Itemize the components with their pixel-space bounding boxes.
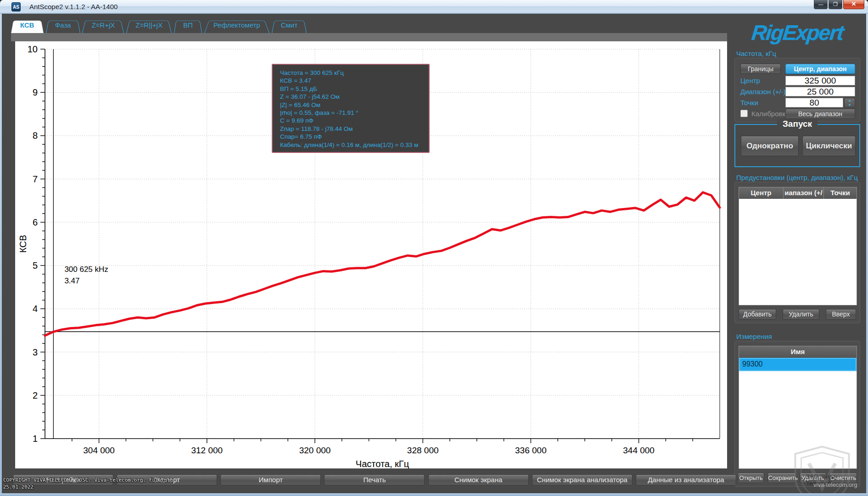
presets-col-center: Центр xyxy=(739,187,783,199)
measurement-item-selected[interactable]: 99300 xyxy=(739,358,857,371)
screenshot-button[interactable]: Снимок экрана xyxy=(428,474,529,485)
x-tick-label: 320 000 xyxy=(299,445,331,455)
tooltip-line: КСВ = 3.47 xyxy=(280,77,429,85)
window-title: AntScope2 v.1.1.2 - AA-1400 xyxy=(29,3,118,11)
preset-up-button[interactable]: Вверх xyxy=(826,309,856,320)
points-label: Точки xyxy=(740,99,758,107)
presets-col-points: Точки xyxy=(823,187,857,199)
tab-z-series[interactable]: Z=R+jX xyxy=(82,18,124,33)
y-axis-title: КСВ xyxy=(18,235,28,253)
x-tick-label: 336 000 xyxy=(515,445,547,455)
presets-section-label: Предустановки (центр, диапазон), кГц xyxy=(736,174,858,181)
y-tick-label: 7 xyxy=(33,174,38,184)
points-stepper[interactable]: ▲ ▼ xyxy=(844,98,855,107)
measurement-tooltip: Частота = 300 625 кГц КСВ = 3.47 ВП = 5.… xyxy=(272,64,430,153)
span-label: Диапазон (+/-) xyxy=(740,88,786,96)
measurement-open-button[interactable]: Открыть xyxy=(738,473,764,483)
print-button[interactable]: Печать xyxy=(324,474,425,485)
center-frequency-input[interactable] xyxy=(785,76,855,85)
tooltip-line: Кабель: длина(1/4) = 0.16 м, длина(1/2) … xyxy=(280,141,429,149)
window-frame-right xyxy=(866,14,868,493)
points-input[interactable] xyxy=(785,98,843,107)
app-window: AS AntScope2 v.1.1.2 - AA-1400 — ❐ ✕ КСВ… xyxy=(0,0,868,496)
presets-table[interactable]: Центр иапазон (+/ Точки xyxy=(739,187,857,305)
tooltip-line: Спар= 6.75 пФ xyxy=(280,133,429,141)
rigexpert-logo: RigExpert xyxy=(735,20,860,47)
center-label: Центр xyxy=(740,77,760,85)
y-tick-label: 4 xyxy=(33,304,38,314)
maximize-button[interactable]: ❐ xyxy=(829,0,842,9)
swr-curve xyxy=(45,192,720,336)
tooltip-line: |Z| = 65.46 Ом xyxy=(280,101,429,109)
run-single-button[interactable]: Однократно xyxy=(741,136,799,156)
span-input[interactable] xyxy=(785,87,855,96)
run-title: Запуск xyxy=(777,119,818,129)
y-tick-label: 8 xyxy=(33,130,38,141)
analyzer-data-button[interactable]: Данные из анализатора xyxy=(636,474,736,485)
center-span-mode-button[interactable]: Центр, диапазон xyxy=(785,64,855,74)
swr-chart-panel: 12345678910304 000312 000320 000328 0003… xyxy=(15,41,727,468)
x-tick-label: 312 000 xyxy=(191,445,223,455)
tooltip-line: C = 9.69 пФ xyxy=(280,117,429,124)
window-controls: — ❐ ✕ xyxy=(814,0,864,10)
presets-groupbox: Центр иапазон (+/ Точки Добавить Удалить… xyxy=(734,182,860,323)
presets-table-header: Центр иапазон (+/ Точки xyxy=(739,187,857,199)
minimize-button[interactable]: — xyxy=(814,0,828,9)
x-tick-label: 328 000 xyxy=(407,445,439,455)
titlebar[interactable]: AS AntScope2 v.1.1.2 - AA-1400 — ❐ ✕ xyxy=(0,0,868,14)
spin-up-icon[interactable]: ▲ xyxy=(845,98,855,103)
tooltip-line: Zпар = 118.78 - j78.44 Ом xyxy=(280,125,429,133)
analyzer-screenshot-button[interactable]: Снимок экрана анализатора xyxy=(532,474,633,485)
app-icon: AS xyxy=(11,2,21,11)
y-tick-label: 1 xyxy=(33,434,38,444)
run-groupbox: Запуск Однократно Циклически xyxy=(734,124,860,167)
site-watermark: viva-telecom.org xyxy=(813,481,857,488)
window-frame-bottom xyxy=(0,493,868,496)
tooltip-line: |rho| = 0.55, фаза = -71.91 ° xyxy=(280,109,429,117)
preset-add-button[interactable]: Добавить xyxy=(739,309,776,320)
tab-ksv[interactable]: КСВ xyxy=(11,18,44,33)
x-tick-label: 344 000 xyxy=(623,445,655,455)
x-axis-title: Частота, кГц xyxy=(356,459,409,468)
import-button[interactable]: Импорт xyxy=(220,474,321,485)
y-tick-label: 2 xyxy=(33,390,38,400)
y-tick-label: 9 xyxy=(33,87,38,97)
bounds-mode-button[interactable]: Границы xyxy=(740,64,781,74)
full-range-button[interactable]: Весь диапазон xyxy=(785,109,855,119)
tab-vp[interactable]: ВП xyxy=(174,18,202,33)
tooltip-line: ВП = 5.15 дБ xyxy=(280,85,429,93)
run-cyclic-button[interactable]: Циклически xyxy=(802,136,856,156)
tab-pane-strip xyxy=(11,33,727,41)
preset-delete-button[interactable]: Удалить xyxy=(783,309,819,320)
sidebar: RigExpert Частота, кГц Границы Центр, ди… xyxy=(733,14,862,493)
tab-z-parallel[interactable]: Z=R||+jX xyxy=(126,18,172,33)
y-tick-label: 5 xyxy=(33,260,38,271)
calibration-label: Калибровка xyxy=(751,110,790,118)
tooltip-line: Частота = 300 625 кГц xyxy=(280,69,429,77)
frequency-section-label: Частота, кГц xyxy=(736,50,776,57)
marker-annotation-freq: 300 625 kHz xyxy=(64,265,108,274)
measurements-section-label: Измерения xyxy=(736,333,772,340)
tab-bar: КСВ Фаза Z=R+jX Z=R||+jX ВП Рефлектометр… xyxy=(11,18,307,33)
tab-faza[interactable]: Фаза xyxy=(46,18,80,33)
y-tick-label: 6 xyxy=(33,217,38,227)
tooltip-line: Z = 36.07 - j54.62 Ом xyxy=(280,93,429,101)
client-area: КСВ Фаза Z=R+jX Z=R||+jX ВП Рефлектометр… xyxy=(2,14,866,493)
frequency-groupbox: Границы Центр, диапазон Центр Диапазон (… xyxy=(734,58,860,122)
marker-annotation-swr: 3.47 xyxy=(64,276,79,285)
measurements-list-header: Имя xyxy=(739,346,857,358)
y-tick-label: 3 xyxy=(33,347,38,357)
close-button[interactable]: ✕ xyxy=(843,0,864,9)
tab-smith[interactable]: Смит xyxy=(272,18,307,33)
presets-col-span: иапазон (+/ xyxy=(783,187,823,199)
copyright-watermark: COPYRIGHT VIVA-TELECOM, CJSC. Viva-telec… xyxy=(3,477,174,490)
y-tick-label: 10 xyxy=(28,44,38,54)
measurements-col-name: Имя xyxy=(739,346,857,358)
tab-reflectometer[interactable]: Рефлектометр xyxy=(204,18,269,33)
spin-down-icon[interactable]: ▼ xyxy=(845,103,855,107)
x-tick-label: 304 000 xyxy=(83,445,115,455)
calibration-checkbox[interactable] xyxy=(740,110,748,117)
